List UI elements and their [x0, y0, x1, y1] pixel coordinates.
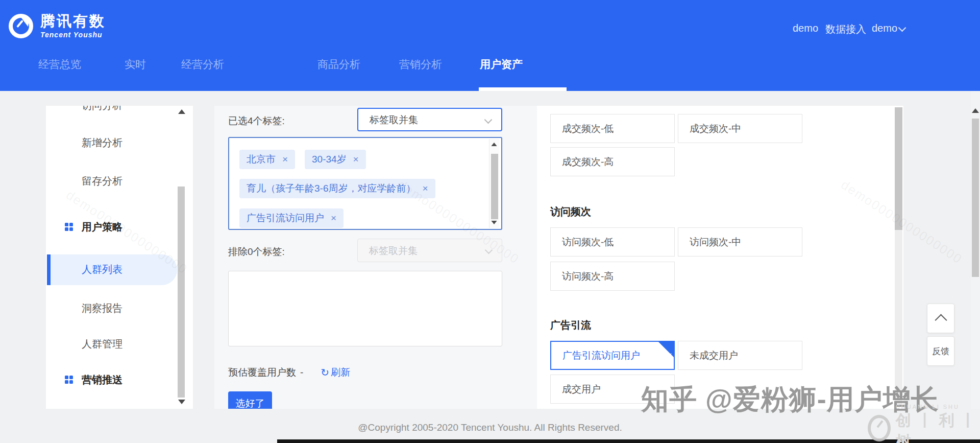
tagbox-scroll-down-icon[interactable]: [491, 221, 497, 224]
chevron-up-icon: [935, 314, 947, 326]
tag-option-visit-freq-low[interactable]: 访问频次-低: [550, 227, 675, 257]
excluded-tags-box: [228, 271, 502, 346]
nav-tab-user-assets[interactable]: 用户资产: [480, 57, 523, 72]
section-heading-ad-traffic: 广告引流: [550, 318, 591, 332]
tag-option-no-deal-users[interactable]: 未成交用户: [678, 341, 802, 370]
nav-tab-realtime[interactable]: 实时: [125, 57, 146, 72]
tag-option-label: 广告引流访问用户: [562, 350, 640, 361]
brand[interactable]: 腾讯有数 Tencent Youshu: [9, 13, 106, 39]
tag-options-panel: 成交频次-低 成交频次-中 成交频次-高 访问频次 访问频次-低 访问频次-中 …: [537, 106, 903, 409]
tag-close-icon[interactable]: ×: [331, 208, 336, 228]
tag-close-icon[interactable]: ×: [422, 179, 428, 198]
tencent-youshu-app: { "header": { "brand": { "name_cn": "腾讯有…: [0, 0, 980, 443]
tag-combine-select[interactable]: 标签取并集: [357, 108, 502, 131]
segment-filter-panel: 已选4个标签: 标签取并集 北京市 × 30-34岁 × 育儿（孩子年龄3-6周…: [214, 106, 537, 409]
tag-option-deal-freq-low[interactable]: 成交频次-低: [550, 114, 675, 143]
tag-option-deal-freq-high[interactable]: 成交频次-高: [550, 147, 675, 176]
checkmark-icon: ✓: [666, 342, 673, 369]
sidebar-item-audience-list[interactable]: 人群列表: [82, 262, 122, 277]
chevron-down-icon[interactable]: [898, 24, 906, 32]
tag-option-visit-freq-high[interactable]: 访问频次-高: [550, 262, 675, 291]
sidebar-section-marketing-push[interactable]: 营销推送: [65, 372, 122, 387]
watermark-black-bar: [277, 439, 980, 443]
sidebar: 访问分析 新增分析 留存分析 用户策略 人群列表 洞察报告 人群管理 营销推送: [46, 106, 193, 409]
app-header: 腾讯有数 Tencent Youshu demo 数据接入 demo 经营总览 …: [0, 0, 980, 91]
sidebar-section-label: 用户策略: [82, 219, 122, 235]
estimate-row: 预估覆盖用户数 - ↻ 刷新: [228, 366, 350, 379]
grid-icon: [65, 376, 73, 384]
sidebar-item-retention-analysis[interactable]: 留存分析: [82, 173, 122, 189]
tag-chip: 育儿（孩子年龄3-6周岁，对应学龄前） ×: [239, 179, 435, 198]
sidebar-item-insight-report[interactable]: 洞察报告: [82, 300, 122, 316]
tagbox-scrollbar-thumb[interactable]: [491, 154, 498, 219]
active-tab-underline: [479, 87, 567, 91]
excluded-tags-count-label: 排除0个标签:: [228, 245, 285, 259]
tag-chip-label: 北京市: [247, 150, 276, 169]
tag-chip-label: 育儿（孩子年龄3-6周岁，对应学龄前）: [247, 179, 415, 198]
confirm-selection-button[interactable]: 选好了: [228, 391, 272, 409]
sidebar-item-visit-analysis[interactable]: 访问分析: [82, 106, 122, 113]
section-heading-visit-frequency: 访问频次: [550, 205, 591, 219]
chevron-down-icon: [484, 116, 493, 124]
grid-icon: [65, 223, 73, 231]
tag-chip-label: 30-34岁: [312, 150, 347, 169]
sidebar-section-user-strategy[interactable]: 用户策略: [65, 219, 122, 235]
exclude-combine-select-value: 标签取并集: [369, 245, 418, 256]
card-scrollbar-thumb[interactable]: [895, 107, 902, 230]
feedback-button[interactable]: 反馈: [927, 336, 954, 366]
selected-item-bar: [47, 254, 51, 285]
exclude-combine-select[interactable]: 标签取并集: [357, 239, 502, 262]
tag-chip: 广告引流访问用户 ×: [239, 208, 344, 228]
tag-combine-select-value: 标签取并集: [370, 114, 418, 125]
brand-name-en: Tencent Youshu: [40, 31, 106, 39]
sidebar-scroll-down-icon[interactable]: [178, 400, 185, 404]
tag-option-deal-freq-mid[interactable]: 成交频次-中: [678, 114, 802, 143]
tagbox-scroll-up-icon[interactable]: [491, 143, 497, 146]
page-scrollbar-thumb[interactable]: [972, 119, 979, 277]
header-link-demo[interactable]: demo: [793, 22, 818, 34]
brand-logo-icon: [9, 14, 33, 38]
estimate-label: 预估覆盖用户数: [228, 366, 296, 379]
refresh-link[interactable]: ↻ 刷新: [321, 366, 350, 379]
brand-name-cn: 腾讯有数: [40, 13, 106, 29]
estimate-value: -: [300, 367, 303, 378]
header-user-menu[interactable]: demo: [872, 22, 897, 34]
back-to-top-button[interactable]: [927, 304, 954, 333]
sidebar-scroll-up-icon[interactable]: [178, 109, 185, 114]
tag-chip: 北京市 ×: [239, 150, 295, 169]
tag-chip: 30-34岁 ×: [305, 150, 366, 169]
refresh-icon: ↻: [321, 366, 329, 379]
tag-option-ad-traffic-visitors[interactable]: 广告引流访问用户 ✓: [550, 341, 675, 370]
footer: @Copyright 2005-2020 Tencent Youshu. All…: [0, 409, 980, 443]
tag-close-icon[interactable]: ×: [353, 150, 359, 169]
nav-tab-marketing-analysis[interactable]: 营销分析: [399, 57, 442, 72]
selected-tags-count-label: 已选4个标签:: [228, 114, 285, 128]
nav-tab-business-analysis[interactable]: 经营分析: [181, 57, 224, 72]
page-scroll-up-icon[interactable]: [972, 108, 979, 113]
sidebar-item-new-user-analysis[interactable]: 新增分析: [82, 135, 122, 150]
nav-tab-business-overview[interactable]: 经营总览: [38, 57, 81, 72]
header-link-data-access[interactable]: 数据接入: [825, 22, 866, 36]
refresh-label: 刷新: [331, 366, 350, 379]
tag-close-icon[interactable]: ×: [282, 150, 288, 169]
sidebar-item-audience-management[interactable]: 人群管理: [82, 336, 122, 352]
chevron-down-icon: [485, 246, 493, 254]
tag-option-deal-users[interactable]: 成交用户: [550, 375, 675, 404]
selected-tags-box: 北京市 × 30-34岁 × 育儿（孩子年龄3-6周岁，对应学龄前） × 广告引…: [228, 137, 502, 230]
sidebar-section-label: 营销推送: [82, 372, 122, 387]
sidebar-scrollbar-thumb[interactable]: [178, 186, 185, 398]
tag-chip-label: 广告引流访问用户: [247, 208, 324, 228]
main-content-card: 已选4个标签: 标签取并集 北京市 × 30-34岁 × 育儿（孩子年龄3-6周…: [214, 106, 903, 409]
copyright-text: @Copyright 2005-2020 Tencent Youshu. All…: [0, 422, 980, 433]
nav-tab-product-analysis[interactable]: 商品分析: [317, 57, 360, 72]
tag-option-visit-freq-mid[interactable]: 访问频次-中: [678, 227, 802, 257]
